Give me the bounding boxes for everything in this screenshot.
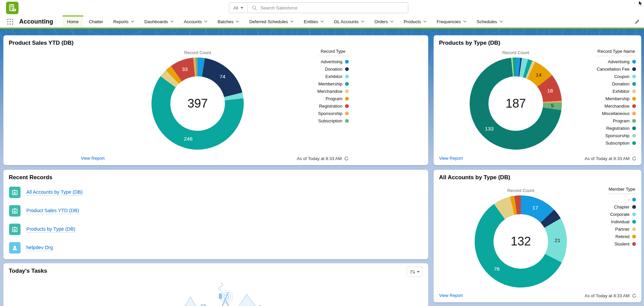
refresh-icon[interactable]: [632, 293, 637, 298]
legend-color-dot: [632, 235, 636, 238]
legend-item-exhibitor[interactable]: Exhibitor: [325, 73, 349, 80]
search-icon: [252, 5, 257, 10]
recent-record-link[interactable]: helpdev Org: [26, 245, 53, 251]
legend-label: Merchandise: [605, 104, 630, 109]
mouse-cursor: [638, 0, 644, 6]
legend-item-partner[interactable]: Partner: [615, 225, 636, 233]
legend-label: Program: [613, 118, 630, 123]
card-todays-tasks: Today's Tasks: [3, 263, 428, 306]
legend-item-subscription[interactable]: Subscription: [605, 139, 636, 147]
last-refreshed: As of Today at 8:33 AM: [585, 293, 637, 298]
tab-frequencies[interactable]: Frequencies: [432, 15, 471, 28]
legend-item-program[interactable]: Program: [326, 95, 349, 102]
legend-label: Donation: [325, 67, 342, 72]
legend-item-miscellaneous[interactable]: Miscellaneous: [602, 110, 636, 117]
legend-label: Advertising: [608, 59, 630, 64]
legend-item-membership[interactable]: Membership: [605, 95, 636, 102]
legend-item-merchandise[interactable]: Merchandise: [317, 87, 349, 95]
dashboard-icon: [9, 187, 21, 198]
tab-deferred-schedules[interactable]: Deferred Schedules: [245, 15, 298, 28]
view-report-link[interactable]: View Report: [439, 156, 463, 161]
refresh-icon[interactable]: [344, 156, 349, 161]
recent-record-link[interactable]: Product Sales YTD (DB): [26, 208, 79, 214]
legend-item-blank[interactable]: -: [628, 196, 636, 203]
legend-item-exhibitor[interactable]: Exhibitor: [612, 87, 636, 95]
legend-item-advertising[interactable]: Advertising: [321, 58, 349, 65]
accounting-app-logo-icon[interactable]: [6, 2, 19, 14]
legend-label: Corporate: [610, 212, 630, 217]
legend-item-cancellation-fee[interactable]: Cancellation Fee: [597, 65, 636, 73]
legend-item-registration[interactable]: Registration: [606, 124, 636, 132]
legend-item-sponsorship[interactable]: Sponsorship: [318, 110, 349, 117]
tab-home[interactable]: Home: [63, 15, 83, 28]
task-sort-dropdown-button[interactable]: [407, 267, 423, 277]
tab-chatter[interactable]: Chatter: [84, 15, 108, 28]
card-recent-records: Recent Records All Accounts by Type (DB)…: [3, 170, 428, 259]
donut-chart-product-sales: 7424633397: [150, 56, 245, 151]
legend-item-individual[interactable]: Individual: [611, 218, 636, 225]
dashboard-icon: [9, 205, 21, 217]
search-input[interactable]: [260, 5, 404, 10]
segment-value-label: 133: [485, 126, 494, 131]
recent-record-link[interactable]: All Accounts by Type (DB): [26, 189, 82, 196]
legend-item-registration[interactable]: Registration: [319, 102, 349, 110]
caret-down-icon: [417, 271, 420, 273]
tab-label: Reports: [113, 19, 129, 24]
dashboard-icon: [9, 224, 21, 235]
legend-label: Donation: [612, 81, 630, 86]
legend-label: Cancellation Fee: [597, 67, 630, 72]
chevron-down-icon: [500, 21, 503, 23]
legend-item-student[interactable]: Student: [614, 240, 636, 247]
tab-label: Dashboards: [144, 19, 168, 24]
view-report-link[interactable]: View Report: [439, 293, 463, 298]
tab-dashboards[interactable]: Dashboards: [140, 15, 178, 28]
legend-item-merchandise[interactable]: Merchandise: [605, 102, 636, 110]
donut-total: 132: [511, 234, 531, 248]
salesforce-dashboard-screen: All + ?: [0, 0, 644, 306]
legend-color-dot: [632, 60, 636, 64]
tab-reports[interactable]: Reports: [109, 15, 139, 28]
tab-label: Chatter: [89, 19, 103, 24]
recent-record-link[interactable]: Products by Type (DB): [26, 226, 75, 233]
chart-axis-title: Record Count: [164, 50, 231, 55]
chart-legend: Record Type NameAdvertisingCancellation …: [597, 49, 636, 147]
view-report-link[interactable]: View Report: [81, 156, 105, 161]
legend-label: Miscellaneous: [602, 111, 630, 116]
list-item: Products by Type (DB): [9, 224, 423, 235]
chart-axis-title: Record Count: [482, 50, 549, 55]
app-launcher-icon[interactable]: [7, 15, 14, 28]
chevron-down-icon: [290, 21, 294, 23]
legend-item-coupon[interactable]: Coupon: [614, 73, 636, 80]
legend-item-donation[interactable]: Donation: [325, 65, 349, 73]
legend-color-dot: [345, 60, 349, 64]
tab-entities[interactable]: Entities: [299, 15, 328, 28]
tab-orders[interactable]: Orders: [370, 15, 398, 28]
user-icon: [9, 242, 21, 254]
edit-navigation-pencil-icon[interactable]: [634, 15, 640, 28]
legend-item-donation[interactable]: Donation: [612, 80, 636, 87]
segment-value-label: 246: [184, 136, 193, 142]
legend-item-advertising[interactable]: Advertising: [608, 58, 636, 65]
legend-item-subscription[interactable]: Subscription: [318, 117, 349, 124]
tab-accounts[interactable]: Accounts: [179, 15, 212, 28]
segment-value-label: 33: [182, 66, 188, 72]
refresh-icon[interactable]: [632, 156, 637, 161]
legend-item-membership[interactable]: Membership: [318, 80, 349, 87]
legend-color-dot: [345, 112, 349, 115]
tab-schedules[interactable]: Schedules: [472, 15, 507, 28]
legend-item-corporate[interactable]: Corporate: [610, 211, 636, 218]
legend-item-program[interactable]: Program: [613, 117, 636, 124]
tab-products[interactable]: Products: [399, 15, 431, 28]
search-scope-dropdown[interactable]: All: [229, 3, 247, 13]
tab-gl-accounts[interactable]: GL Accounts: [330, 15, 369, 28]
legend-color-dot: [632, 198, 636, 201]
legend-item-retired[interactable]: Retired: [615, 233, 636, 240]
legend-color-dot: [632, 213, 636, 216]
recent-records-list: All Accounts by Type (DB) Product Sales …: [9, 187, 423, 261]
tab-batches[interactable]: Batches: [213, 15, 243, 28]
card-title: All Accounts by Type (DB): [439, 174, 510, 181]
tab-label: Accounts: [184, 19, 202, 24]
legend-item-sponsorship[interactable]: Sponsorship: [605, 132, 636, 139]
legend-color-dot: [632, 141, 636, 145]
legend-item-chapter[interactable]: Chapter: [614, 203, 636, 211]
